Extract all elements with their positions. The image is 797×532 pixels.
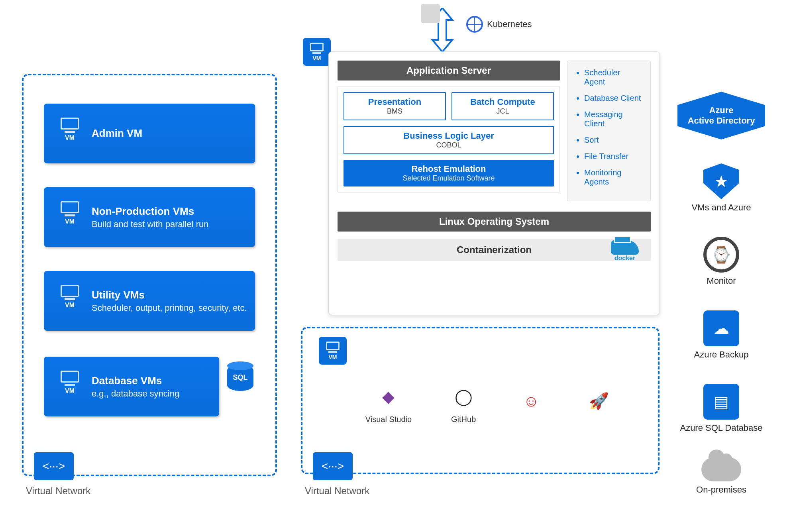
sql-db-icon: SQL	[227, 365, 253, 396]
shield-icon: ★	[703, 163, 739, 199]
vm-database: VM Database VMs e.g., database syncing	[44, 357, 219, 416]
vm-icon: VM	[54, 114, 86, 145]
on-premises-item: On-premises	[696, 457, 746, 495]
application-server-card: Application Server Presentation BMS Batc…	[329, 52, 660, 315]
vm-nonprod-title: Non-Production VMs	[92, 204, 209, 218]
right-vn-label: Virtual Network	[305, 485, 369, 497]
vm-icon: VM	[54, 281, 86, 313]
kubernetes-text: Kubernetes	[487, 19, 532, 29]
vm-database-sub: e.g., database syncing	[92, 388, 179, 400]
azure-monitor-item: ⌚ Monitor	[703, 237, 739, 286]
vm-utility-sub: Scheduler, output, printing, security, e…	[92, 302, 247, 314]
vm-badge-label: VM	[329, 354, 337, 360]
vm-icon: VM	[54, 367, 86, 399]
side-list-item: Scheduler Agent	[584, 68, 642, 86]
side-list-item: File Transfer	[584, 152, 642, 161]
github-label: GitHub	[451, 415, 476, 424]
side-list-item: Database Client	[584, 94, 642, 103]
linux-os-bar: Linux Operating System	[338, 212, 651, 232]
vm-admin-title: Admin VM	[92, 126, 142, 140]
visual-studio-icon: ◆ Visual Studio	[365, 381, 412, 424]
vnet-badge-left: <···>	[34, 452, 74, 480]
vm-utility-title: Utility VMs	[92, 288, 247, 302]
dev-tools-row: ◆ Visual Studio ◯ GitHub ☺ 🚀	[347, 381, 634, 424]
azure-services-column: Azure Active Directory ★ VMs and Azure ⌚…	[669, 92, 773, 495]
business-logic-box: Business Logic Layer COBOL	[344, 126, 554, 154]
batch-compute-box: Batch Compute JCL	[452, 92, 554, 120]
vnet-badge-symbol: <···>	[322, 460, 344, 473]
azure-sql-item: ▤ Azure SQL Database	[680, 384, 762, 433]
top-block-icon	[421, 4, 440, 23]
side-agents-list: Scheduler AgentDatabase ClientMessaging …	[567, 61, 651, 201]
azure-backup-item: ☁ Azure Backup	[694, 310, 749, 360]
vm-utility: VM Utility VMs Scheduler, output, printi…	[44, 271, 255, 331]
presentation-box: Presentation BMS	[344, 92, 446, 120]
rehost-emulation-box: Rehost Emulation Selected Emulation Soft…	[344, 160, 554, 186]
vm-badge-label: VM	[313, 55, 321, 61]
github-icon: ◯ GitHub	[448, 381, 479, 424]
side-list-item: Messaging Client	[584, 110, 642, 128]
vm-badge-dev: VM	[319, 337, 347, 365]
azure-vms-item: ★ VMs and Azure	[691, 163, 751, 213]
backup-icon: ☁	[703, 310, 739, 346]
docker-icon: docker	[611, 240, 639, 262]
sql-icon: ▤	[703, 384, 739, 420]
left-vn-label: Virtual Network	[26, 485, 90, 497]
app-server-header: Application Server	[338, 61, 560, 80]
azure-ad-header: Azure Active Directory	[677, 92, 765, 139]
containerization-bar: Containerization docker	[338, 239, 651, 261]
kubernetes-icon	[466, 16, 483, 33]
jenkins-icon: ☺	[515, 385, 547, 420]
vm-icon: VM	[54, 197, 86, 229]
vnet-badge-symbol: <···>	[43, 460, 65, 473]
vs-label: Visual Studio	[365, 415, 412, 424]
gauge-icon: ⌚	[703, 237, 739, 273]
vm-database-title: Database VMs	[92, 374, 179, 388]
cloud-icon	[701, 457, 741, 481]
vm-nonprod: VM Non-Production VMs Build and test wit…	[44, 187, 255, 247]
side-list-item: Sort	[584, 135, 642, 145]
pipelines-icon: 🚀	[583, 385, 615, 420]
vm-badge-top: VM	[303, 38, 331, 66]
vm-nonprod-sub: Build and test with parallel run	[92, 218, 209, 230]
side-list-item: Monitoring Agents	[584, 168, 642, 186]
vnet-badge-right: <···>	[313, 452, 353, 480]
kubernetes-label: Kubernetes	[466, 16, 532, 33]
vm-admin: VM Admin VM	[44, 104, 255, 163]
